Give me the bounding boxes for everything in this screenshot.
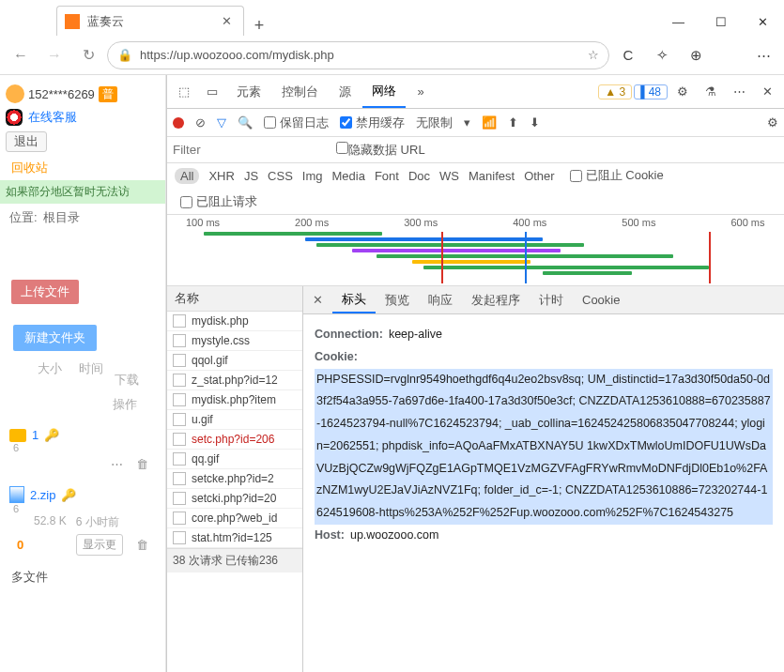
record-icon[interactable] <box>173 117 184 129</box>
download-icon[interactable]: ⬇ <box>530 115 540 130</box>
file-icon <box>173 374 186 387</box>
new-folder-button[interactable]: 新建文件夹 <box>13 325 97 351</box>
type-css[interactable]: CSS <box>268 169 293 183</box>
request-item[interactable]: core.php?web_id <box>167 509 302 528</box>
tick: 100 ms <box>186 217 220 228</box>
more-tabs-icon[interactable]: » <box>407 84 434 99</box>
type-img[interactable]: Img <box>302 169 323 183</box>
qq-icon <box>6 109 23 126</box>
request-detail: ✕ 标头 预览 响应 发起程序 计时 Cookie Connection:kee… <box>303 286 784 672</box>
blocked-cookie-check[interactable]: 已阻止 Cookie <box>570 167 664 184</box>
request-item[interactable]: qq.gif <box>167 450 302 469</box>
menu-button[interactable]: ⋯ <box>748 47 778 64</box>
folder-icon <box>9 429 26 442</box>
username: 152****6269 <box>28 87 95 101</box>
detail-tab-cookies[interactable]: Cookie <box>573 286 629 313</box>
refresh-c-icon[interactable]: C <box>613 47 643 63</box>
request-item[interactable]: mydisk.php?item <box>167 390 302 410</box>
waterfall-timeline[interactable]: 100 ms 200 ms 300 ms 400 ms 500 ms 600 m… <box>167 215 784 286</box>
type-ws[interactable]: WS <box>439 169 459 183</box>
request-item[interactable]: mystyle.css <box>167 331 302 351</box>
name-column-header[interactable]: 名称 <box>167 286 302 312</box>
detail-tab-preview[interactable]: 预览 <box>376 286 419 313</box>
delete-icon[interactable]: 🗑 <box>136 457 148 471</box>
new-tab-button[interactable]: + <box>244 16 274 36</box>
detail-tab-initiator[interactable]: 发起程序 <box>462 286 530 313</box>
request-item[interactable]: mydisk.php <box>167 312 302 331</box>
type-xhr[interactable]: XHR <box>208 169 234 183</box>
detail-tab-response[interactable]: 响应 <box>419 286 462 313</box>
type-doc[interactable]: Doc <box>408 169 430 183</box>
reload-button[interactable]: ↻ <box>73 46 103 64</box>
file-link[interactable]: 2.zip 🔑 <box>9 486 156 503</box>
request-item[interactable]: setcki.php?id=20 <box>167 489 302 509</box>
net-settings-icon[interactable]: ⚙ <box>767 115 778 130</box>
search-icon[interactable]: 🔍 <box>238 115 253 130</box>
info-badge[interactable]: ▌48 <box>634 84 668 99</box>
feedback-icon[interactable]: ⚗ <box>698 84 724 99</box>
close-tab-icon[interactable]: ✕ <box>218 14 236 28</box>
tab-network[interactable]: 网络 <box>362 75 406 108</box>
disable-cache-check[interactable]: 禁用缓存 <box>340 115 405 131</box>
close-detail-icon[interactable]: ✕ <box>303 293 332 307</box>
show-more-button[interactable]: 显示更 <box>76 534 123 556</box>
back-button[interactable]: ← <box>6 47 36 64</box>
tab-title: 蓝奏云 <box>87 13 218 30</box>
warnings-badge[interactable]: ▲ 3 <box>598 84 632 99</box>
preserve-log-check[interactable]: 保留日志 <box>264 115 329 131</box>
file-icon <box>173 452 186 466</box>
request-item[interactable]: setc.php?id=206 <box>167 430 302 450</box>
filter-icon[interactable]: ▽ <box>217 115 226 130</box>
maximize-button[interactable]: ☐ <box>699 8 742 36</box>
throttle-select[interactable]: 无限制 <box>416 115 453 131</box>
type-all[interactable]: All <box>175 168 199 184</box>
recycle-bin-link[interactable]: 回收站 <box>0 156 165 180</box>
kebab-icon[interactable]: ⋯ <box>726 84 752 99</box>
tab-elements[interactable]: 元素 <box>227 75 270 108</box>
tab-sources[interactable]: 源 <box>330 75 361 108</box>
request-item[interactable]: z_stat.php?id=12 <box>167 371 302 390</box>
favorite-icon[interactable]: ☆ <box>588 48 599 62</box>
device-icon[interactable]: ▭ <box>199 84 225 99</box>
folder-link[interactable]: 1 🔑 <box>9 428 156 442</box>
url-box[interactable]: 🔒 https://up.woozooo.com/mydisk.php ☆ <box>107 41 609 69</box>
close-window-button[interactable]: ✕ <box>742 8 784 36</box>
collections-icon[interactable]: ✧ <box>647 47 677 64</box>
request-name: u.gif <box>192 413 213 426</box>
request-item[interactable]: u.gif <box>167 410 302 430</box>
upload-icon[interactable]: ⬆ <box>508 115 518 130</box>
extensions-icon[interactable]: ⊕ <box>681 47 711 64</box>
blocked-req-check[interactable]: 已阻止请求 <box>180 193 776 210</box>
type-other[interactable]: Other <box>524 169 555 183</box>
close-devtools-icon[interactable]: ✕ <box>754 84 780 99</box>
throttle-caret-icon[interactable]: ▾ <box>464 115 470 130</box>
type-font[interactable]: Font <box>375 169 399 183</box>
wifi-icon[interactable]: 📶 <box>482 115 497 130</box>
type-media[interactable]: Media <box>331 169 364 183</box>
settings-icon[interactable]: ⚙ <box>669 84 696 99</box>
delete-icon[interactable]: 🗑 <box>136 538 148 552</box>
detail-tab-headers[interactable]: 标头 <box>332 286 376 313</box>
online-cs-link[interactable]: 在线客服 <box>0 107 165 128</box>
filter-input[interactable] <box>173 143 323 157</box>
tab-console[interactable]: 控制台 <box>272 75 328 108</box>
minimize-button[interactable]: — <box>657 8 699 36</box>
forward-button[interactable]: → <box>39 47 69 64</box>
multi-file-label[interactable]: 多文件 <box>0 565 165 589</box>
clear-icon[interactable]: ⊘ <box>195 115 206 130</box>
more-icon[interactable]: ⋯ <box>111 457 123 471</box>
type-js[interactable]: JS <box>244 169 258 183</box>
detail-tab-timing[interactable]: 计时 <box>530 286 573 313</box>
logout-button[interactable]: 退出 <box>6 131 47 152</box>
hide-data-url-check[interactable]: 隐藏数据 URL <box>336 142 425 159</box>
request-item[interactable]: stat.htm?id=125 <box>167 528 302 548</box>
request-headers[interactable]: Connection:keep-alive Cookie:PHPSESSID=r… <box>303 314 784 672</box>
type-manifest[interactable]: Manifest <box>469 169 515 183</box>
request-item[interactable]: setcke.php?id=2 <box>167 469 302 489</box>
inspect-icon[interactable]: ⬚ <box>171 84 197 99</box>
browser-tab[interactable]: 蓝奏云 ✕ <box>56 6 244 36</box>
request-item[interactable]: qqol.gif <box>167 351 302 371</box>
upload-button[interactable]: 上传文件 <box>11 280 79 304</box>
location-root[interactable]: 根目录 <box>43 209 80 226</box>
request-name: mydisk.php?item <box>192 393 276 406</box>
